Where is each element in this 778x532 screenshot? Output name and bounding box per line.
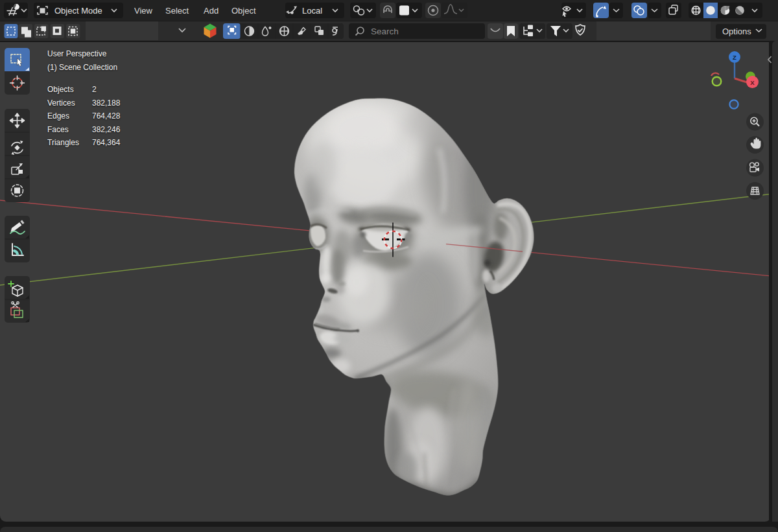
svg-text:X: X	[750, 79, 755, 86]
svg-text:Search: Search	[371, 27, 399, 36]
svg-text:Options: Options	[722, 27, 751, 36]
svg-text:Z: Z	[733, 54, 737, 61]
svg-text:Object Mode: Object Mode	[54, 6, 102, 16]
svg-text:Local: Local	[302, 6, 322, 16]
